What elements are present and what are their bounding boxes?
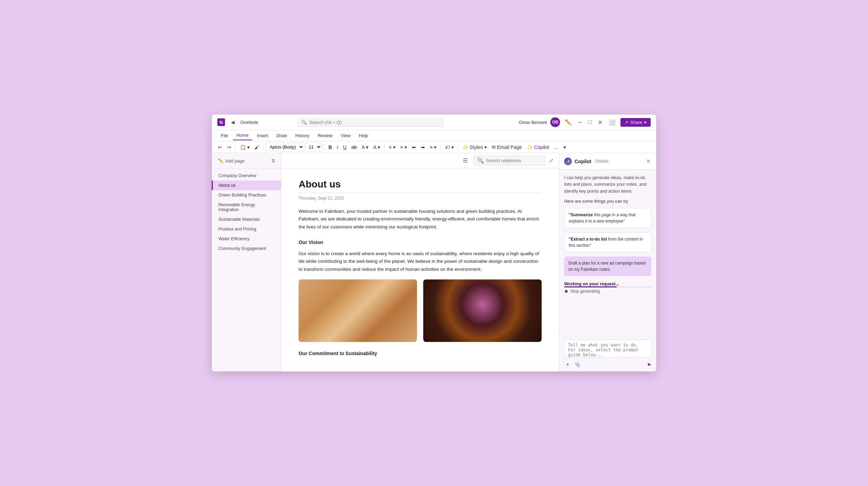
outdent-button[interactable]: ⬅ <box>410 143 418 151</box>
search-input[interactable] <box>309 120 440 125</box>
copilot-panel: ✨ Copilot Preview ✕ I can help you gener… <box>559 153 656 371</box>
page-body[interactable]: Welcome to Fabrikam, your trusted partne… <box>299 208 542 358</box>
underline-button[interactable]: U <box>341 143 349 151</box>
share-chevron: ▾ <box>644 120 646 125</box>
toolbar-separator-6 <box>458 144 458 151</box>
suggestion1-strong: "Summarize <box>569 212 593 217</box>
bold-button[interactable]: B <box>326 143 334 151</box>
title-right-area: Omar Bennett OB ✏️ ─ □ ✕ ⬜ ↗ Share ▾ <box>519 117 651 127</box>
toolbar-separator-3 <box>324 144 324 151</box>
page-item-green-building[interactable]: Green Building Practices <box>212 190 281 200</box>
italic-button[interactable]: I <box>335 143 340 151</box>
avatar: OB <box>550 117 560 127</box>
strikethrough-button[interactable]: ab <box>349 143 359 151</box>
send-button[interactable]: ➤ <box>647 361 651 368</box>
back-button[interactable]: ◀ <box>228 118 237 126</box>
page-date: Thursday, Sept 21, 2023 <box>299 196 542 201</box>
page-item-renewable-energy[interactable]: Renewable Energy Integration <box>212 200 281 215</box>
email-page-button[interactable]: ✉ Email Page <box>490 143 524 151</box>
user-name: Omar Bennett <box>519 120 547 125</box>
copilot-footer-left: ✦ 📎 <box>564 361 582 368</box>
title-search-bar[interactable]: 🔍 <box>298 118 443 127</box>
page-item-water-efficiency[interactable]: Water Efficiency <box>212 234 281 244</box>
redo-button[interactable]: ↪ <box>225 143 233 151</box>
font-family-select[interactable]: Aptos (Body) <box>266 143 304 151</box>
attach-button[interactable]: 📎 <box>573 361 582 368</box>
content-scroll: About us Thursday, Sept 21, 2023 Welcome… <box>281 168 559 371</box>
page-item-product-pricing[interactable]: Product and Pricing <box>212 224 281 234</box>
copilot-suggestion-2[interactable]: "Extract a to-do list from the content i… <box>564 232 651 252</box>
tag-button[interactable]: 🏷 ▾ <box>443 143 456 151</box>
expand-button[interactable]: ⤢ <box>549 157 553 164</box>
toolbar-collapse-button[interactable]: ▾ <box>561 143 568 151</box>
copilot-footer-actions: ✦ 📎 ➤ <box>564 361 651 368</box>
app-title: OneNote <box>240 120 258 125</box>
toolbar-separator-2 <box>264 144 264 151</box>
maximize-button[interactable]: □ <box>587 118 593 127</box>
more-options-button[interactable]: … <box>552 143 561 151</box>
onenote-logo: N <box>217 118 225 126</box>
highlight-button[interactable]: A ▾ <box>360 143 370 151</box>
commitment-heading: Our Commitment to Sustainability <box>299 350 542 358</box>
minimize-button[interactable]: ─ <box>577 118 583 127</box>
menu-bar: File Home Insert Draw History Review Vie… <box>212 130 656 141</box>
page-item-about-us[interactable]: About us <box>212 181 281 190</box>
clipboard-button[interactable]: 📋 ▾ <box>238 143 252 151</box>
menu-history[interactable]: History <box>292 131 313 140</box>
image-dome-interior <box>423 279 542 342</box>
hamburger-button[interactable]: ☰ <box>461 155 470 166</box>
undo-button[interactable]: ↩ <box>216 143 224 151</box>
sidebar-toggle-button[interactable]: ⬜ <box>607 118 617 127</box>
prompt-guide-button[interactable]: ✦ <box>564 361 571 368</box>
toolbar-separator-4 <box>384 144 385 151</box>
copilot-body: I can help you generate ideas, make to-d… <box>559 170 656 336</box>
copilot-suggestion-1[interactable]: "Summarize this page in a way that expla… <box>564 208 651 228</box>
toolbar-separator-1 <box>235 144 236 151</box>
copilot-icon: ✨ <box>564 158 572 165</box>
share-button[interactable]: ↗ Share ▾ <box>620 118 651 127</box>
menu-home[interactable]: Home <box>233 131 252 140</box>
indent-button[interactable]: ➡ <box>419 143 427 151</box>
sort-button[interactable]: ⇅ <box>270 157 277 165</box>
sidebar: ✏️ Add page ⇅ Company Overview About us … <box>212 153 281 371</box>
search-icon: 🔍 <box>301 120 307 125</box>
copilot-input[interactable] <box>564 340 651 358</box>
menu-file[interactable]: File <box>217 131 232 140</box>
menu-insert[interactable]: Insert <box>253 131 272 140</box>
bullets-button[interactable]: ≡ ▾ <box>387 143 398 151</box>
add-page-icon: ✏️ <box>218 158 224 164</box>
image-wood-structure <box>299 279 417 342</box>
numbering-button[interactable]: ≡ ▾ <box>398 143 409 151</box>
page-list: Company Overview About us Green Building… <box>212 169 281 255</box>
vision-heading: Our Vision <box>299 238 542 246</box>
menu-draw[interactable]: Draw <box>273 131 290 140</box>
page-item-community-engagement[interactable]: Community Engagement <box>212 244 281 253</box>
content-toolbar: ☰ 🔍 ⤢ <box>281 153 559 168</box>
nb-search-icon: 🔍 <box>477 157 484 164</box>
stop-label: Stop generating <box>570 289 600 294</box>
menu-view[interactable]: View <box>337 131 354 140</box>
close-button[interactable]: ✕ <box>596 118 604 127</box>
styles-button[interactable]: ✨ Styles ▾ <box>460 143 489 151</box>
copilot-button[interactable]: ✨ Copilot <box>525 143 551 151</box>
share-label: Share <box>630 120 642 125</box>
stop-icon: ⏹ <box>564 289 568 294</box>
copilot-header: ✨ Copilot Preview ✕ <box>559 153 656 170</box>
page-item-sustainable-materials[interactable]: Sustainable Materials <box>212 215 281 224</box>
align-button[interactable]: ≡ ▾ <box>428 143 439 151</box>
copilot-footer: ✦ 📎 ➤ <box>559 336 656 371</box>
add-page-button[interactable]: ✏️ Add page <box>216 157 247 165</box>
menu-review[interactable]: Review <box>314 131 336 140</box>
page-item-company-overview[interactable]: Company Overview <box>212 171 281 181</box>
page-title: About us <box>299 179 542 190</box>
copilot-working-area: Working on your request... ⏹ Stop genera… <box>564 280 651 295</box>
pen-icon-button[interactable]: ✏️ <box>564 118 573 127</box>
copilot-close-button[interactable]: ✕ <box>645 157 651 165</box>
stop-generating-button[interactable]: ⏹ Stop generating <box>564 287 600 295</box>
notebook-search[interactable]: 🔍 <box>473 156 545 166</box>
font-size-select[interactable]: 11 <box>305 143 322 151</box>
menu-help[interactable]: Help <box>356 131 372 140</box>
font-color-button[interactable]: A ▾ <box>371 143 382 151</box>
notebook-search-input[interactable] <box>486 158 542 163</box>
format-painter-button[interactable]: 🖌 <box>252 143 261 151</box>
